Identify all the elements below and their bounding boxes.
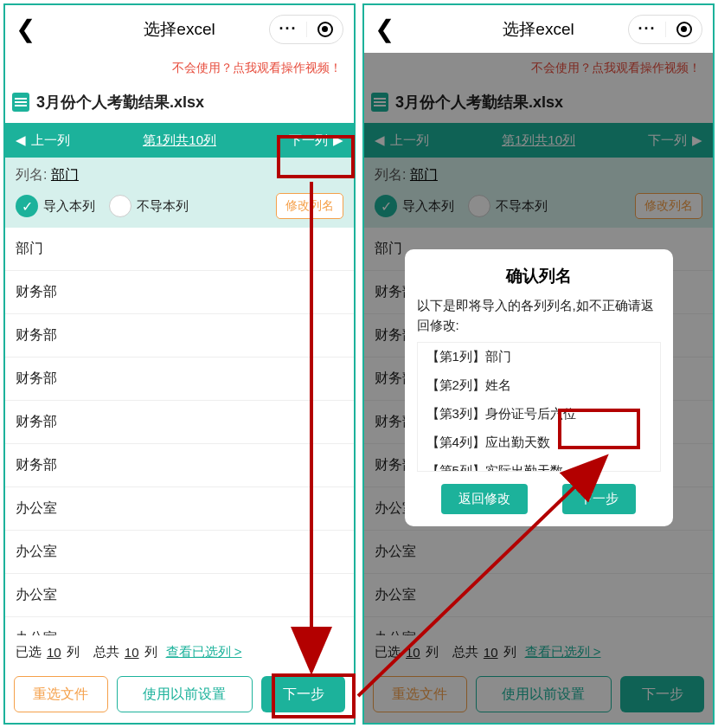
data-list[interactable]: 部门 财务部 财务部 财务部 财务部 财务部 办公室 办公室 办公室 办公室 办… (5, 228, 354, 635)
dialog-next-button[interactable]: 下一步 (562, 484, 636, 514)
nav-bar: ❮ 选择excel ··· (5, 5, 354, 53)
capsule-menu: ··· (628, 15, 702, 44)
file-name: 3月份个人考勤结果.xlsx (36, 92, 204, 113)
footer-info: 已选10列 总共10列 查看已选列 > (5, 635, 354, 669)
phone-left: ❮ 选择excel ··· 不会使用？点我观看操作视频！ 3月份个人考勤结果.x… (3, 3, 356, 725)
total-count: 10 (125, 645, 139, 660)
dialog-item: 【第1列】部门 (418, 343, 660, 371)
column-name-row: 列名: 部门 (16, 166, 343, 184)
next-column-button[interactable]: 下一列 ▶ (289, 132, 343, 149)
dialog-item: 【第4列】应出勤天数 (418, 428, 660, 457)
back-icon[interactable]: ❮ (375, 15, 394, 43)
dialog-item: 【第5列】实际出勤天数 (418, 457, 660, 472)
menu-icon[interactable]: ··· (270, 20, 306, 38)
list-item: 办公室 (5, 574, 354, 617)
file-row: 3月份个人考勤结果.xlsx (5, 81, 354, 123)
import-radio[interactable]: ✓ (16, 195, 38, 217)
dialog-column-list[interactable]: 【第1列】部门 【第2列】姓名 【第3列】身份证号后六位 【第4列】应出勤天数 … (417, 342, 661, 472)
help-bar: 不会使用？点我观看操作视频！ (5, 53, 354, 81)
dialog-subtitle: 以下是即将导入的各列列名,如不正确请返回修改: (417, 296, 661, 335)
reselect-file-button[interactable]: 重选文件 (14, 676, 108, 712)
nav-title: 选择excel (144, 18, 215, 41)
nav-bar: ❮ 选择excel ··· (364, 5, 713, 53)
list-item: 办公室 (5, 487, 354, 531)
back-icon[interactable]: ❮ (16, 15, 35, 43)
view-selected-link[interactable]: 查看已选列 > (166, 644, 242, 660)
dialog-button-row: 返回修改 下一步 (417, 484, 661, 514)
close-app-icon[interactable] (665, 22, 702, 37)
radio-row: ✓ 导入本列 不导本列 修改列名 (16, 193, 343, 219)
nav-title: 选择excel (503, 18, 574, 41)
list-item: 财务部 (5, 444, 354, 487)
selected-count: 10 (47, 645, 61, 660)
skip-label: 不导本列 (137, 198, 189, 215)
column-pager: ◀ 上一列 第1列共10列 下一列 ▶ (5, 123, 354, 158)
list-item: 办公室 (5, 531, 354, 574)
list-item: 办公室 (5, 617, 354, 635)
list-item: 财务部 (5, 271, 354, 314)
column-info: 列名: 部门 ✓ 导入本列 不导本列 修改列名 (5, 158, 354, 228)
modal-overlay[interactable]: 确认列名 以下是即将导入的各列列名,如不正确请返回修改: 【第1列】部门 【第2… (364, 53, 713, 723)
phone-right: ❮ 选择excel ··· 不会使用？点我观看操作视频！ 3月份个人考勤结果.x… (362, 3, 715, 725)
dialog-item: 【第3列】身份证号后六位 (418, 400, 660, 428)
excel-file-icon (12, 93, 29, 112)
prev-column-button[interactable]: ◀ 上一列 (16, 132, 70, 149)
pager-status[interactable]: 第1列共10列 (143, 132, 216, 149)
list-item: 部门 (5, 228, 354, 271)
skip-radio[interactable] (109, 195, 131, 217)
list-item: 财务部 (5, 401, 354, 444)
capsule-menu: ··· (269, 15, 343, 44)
next-step-button[interactable]: 下一步 (261, 676, 345, 712)
list-item: 财务部 (5, 314, 354, 358)
help-link[interactable]: 不会使用？点我观看操作视频！ (172, 61, 342, 74)
use-previous-settings-button[interactable]: 使用以前设置 (117, 676, 253, 712)
import-label: 导入本列 (43, 198, 95, 215)
close-app-icon[interactable] (306, 22, 343, 37)
button-bar: 重选文件 使用以前设置 下一步 (5, 669, 354, 723)
dialog-item: 【第2列】姓名 (418, 371, 660, 400)
dialog-title: 确认列名 (417, 265, 661, 287)
column-name-value: 部门 (51, 167, 79, 182)
menu-icon[interactable]: ··· (629, 20, 665, 38)
list-item: 财务部 (5, 358, 354, 401)
edit-column-button[interactable]: 修改列名 (276, 193, 343, 219)
confirm-dialog: 确认列名 以下是即将导入的各列列名,如不正确请返回修改: 【第1列】部门 【第2… (405, 249, 673, 526)
dialog-back-button[interactable]: 返回修改 (441, 484, 528, 514)
